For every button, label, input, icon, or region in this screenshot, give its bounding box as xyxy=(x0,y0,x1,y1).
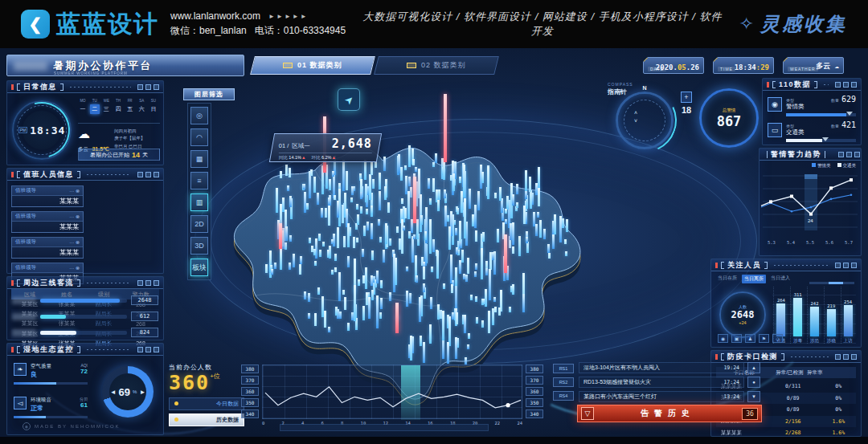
weekday-cell[interactable]: FR五 xyxy=(125,99,135,114)
panel-controls[interactable] xyxy=(838,152,860,157)
alert-list: 湿地3-104片区有不明人员闯入19:24 RD13-53烟感报警疑似火灾17:… xyxy=(579,362,744,402)
flow-bars: 2648 612 824 xyxy=(7,289,163,340)
weekday-cell[interactable]: SU日 xyxy=(149,99,158,114)
zoom-in-button[interactable]: + xyxy=(681,92,692,103)
contact-block: www.lanlanwork.com ►►►►► 微信：ben_lanlan 电… xyxy=(170,10,346,38)
duty-leader-cards: 值班领导··· ⊗ 某某某 值班领导··· ⊗ 某某某 值班领导··· ⊗ 某某… xyxy=(7,181,163,287)
x-tick: 24 xyxy=(517,421,522,426)
panel-title: 关注人员 xyxy=(727,260,761,271)
tab-icon xyxy=(283,63,293,68)
timeline-y-ticks-right: 380370360350340 xyxy=(526,365,543,418)
masked-line-label xyxy=(12,297,36,304)
data-tabs: 01 数据类别02 数据类别 xyxy=(252,56,497,75)
weekday-cell[interactable]: MO一 xyxy=(78,99,88,114)
panel-title: 防疫卡口检测 xyxy=(727,352,778,362)
layer-button[interactable]: ◎ xyxy=(190,107,208,124)
expand-icon xyxy=(851,263,857,268)
eco-gauge: ◄ 69 % ► xyxy=(102,366,154,418)
noise-item: ◅ 分贝61 环境噪音 正常 xyxy=(14,397,88,418)
flow-value: 612 xyxy=(131,312,158,321)
trend-x-axis: 5.35.45.55.65.7 xyxy=(760,240,861,245)
data-toggle-button[interactable]: 历史数据 xyxy=(169,413,244,426)
category-icon[interactable]: ◉ xyxy=(718,334,728,343)
system-title-plate: 暑期办公协作平台 SUMMER WORKING PLATFORM xyxy=(6,55,244,76)
gauge-right-arrow[interactable]: ► xyxy=(139,389,145,396)
weekday-cell[interactable]: TU二 xyxy=(90,99,100,114)
alert-scroll-arrows: ▲●▼ xyxy=(747,362,760,402)
column-header[interactable]: 异常/已检测 xyxy=(772,367,808,378)
panel-duty-personnel: 值班人员信息 值班领导··· ⊗ 某某某 值班领导··· ⊗ 某某某 值班领导·… xyxy=(6,168,164,274)
expand-icon xyxy=(154,172,159,177)
alert-history-banner[interactable]: ▽ 告警历史 36 xyxy=(577,405,762,422)
tab-data-category[interactable]: 02 数据类别 xyxy=(374,56,499,75)
panel-daily-info: 日常信息 PM18:34 MO一TU二WE三TH四FR五SA六SU日 ☁ 多云 … xyxy=(6,80,164,165)
flow-bar-row: 612 xyxy=(7,308,163,324)
minimize-icon xyxy=(145,84,151,90)
alert-item[interactable]: 某路口有小汽车连闯三个红灯13:24 xyxy=(579,391,744,402)
arrows-decoration: ►►►►► xyxy=(268,13,309,20)
meridiem-badge: PM xyxy=(18,127,28,133)
cloud-icon: ☁ xyxy=(78,128,109,140)
air-quality-item: ❧ AQI72 空气质量 良 xyxy=(14,363,88,385)
focus-tab[interactable]: 当日进入 xyxy=(771,275,790,283)
110-stat-item: ▭ 类型交通类 数量421 xyxy=(763,116,861,142)
tooltip-region: 区域一 xyxy=(292,142,310,150)
y-tick: 350 xyxy=(241,398,259,407)
alert-tag: RS1 xyxy=(553,364,574,373)
tab-data-category[interactable]: 01 数据类别 xyxy=(250,56,375,75)
focus-count-gauge: 人数 2648 +24 xyxy=(719,291,766,338)
category-icon[interactable]: ♟ xyxy=(745,334,755,343)
weather-plate: WEATHER 多云 ☁ xyxy=(783,57,844,74)
panel-controls[interactable] xyxy=(835,263,857,268)
tab-icon xyxy=(407,63,416,68)
weekday-row: MO一TU二WE三TH四FR五SA六SU日 xyxy=(78,99,158,114)
panel-controls[interactable] xyxy=(137,280,159,286)
panel-controls[interactable] xyxy=(835,82,857,88)
inspiration-collect[interactable]: ✧ 灵感收集 xyxy=(739,11,847,37)
gauge-left-arrow[interactable]: ◄ xyxy=(110,389,117,396)
compass-widget: COMPASS 指南针 N ˄˅ xyxy=(606,82,683,159)
minimize-icon xyxy=(843,263,849,268)
masked-line-label xyxy=(12,329,36,336)
panel-controls[interactable] xyxy=(835,354,857,360)
column-header[interactable]: 异常率 xyxy=(807,367,823,378)
panel-controls[interactable] xyxy=(137,84,159,90)
alert-item[interactable]: RD13-53烟感报警疑似火灾17:24 xyxy=(579,377,744,388)
trend-legend: 警情类交通类 xyxy=(760,161,861,169)
collect-label: 灵感收集 xyxy=(760,11,847,37)
website-link[interactable]: www.lanlanwork.com xyxy=(170,10,260,22)
chart-scrollbar[interactable] xyxy=(809,282,854,284)
weekday-cell[interactable]: SA六 xyxy=(137,99,146,114)
duty-leader-card[interactable]: 值班领导··· ⊗ 某某某 xyxy=(11,211,84,233)
category-icon[interactable]: ▣ xyxy=(731,334,742,343)
y-tick: 350 xyxy=(526,398,543,407)
focus-tab[interactable]: 当日离所 xyxy=(742,275,766,283)
close-icon xyxy=(137,347,143,352)
y-tick: 370 xyxy=(526,376,543,385)
alert-item[interactable]: 湿地3-104片区有不明人员闯入19:24 xyxy=(579,362,744,373)
panel-controls[interactable] xyxy=(137,172,159,177)
category-icon[interactable]: ◇ xyxy=(772,334,783,343)
expand-icon xyxy=(154,280,159,286)
weekday-cell[interactable]: TH四 xyxy=(113,99,123,114)
app-root: ❮ 蓝蓝设计 www.lanlanwork.com ►►►►► 微信：ben_l… xyxy=(0,0,868,444)
duty-leader-card[interactable]: 值班领导··· ⊗ 某某某 xyxy=(11,185,84,207)
weekday-cell[interactable]: WE三 xyxy=(101,99,111,114)
time-label: TIME xyxy=(718,67,735,71)
panel-title: 日常信息 xyxy=(23,82,57,92)
scroll-arrow[interactable]: ▲ xyxy=(747,362,760,373)
zoom-level: 18 xyxy=(682,105,691,115)
speaker-icon: ◅ xyxy=(14,397,27,409)
flow-value: 824 xyxy=(131,328,158,337)
focus-category-icons: ◉▣♟⚑◇ xyxy=(718,334,783,343)
watermark: ◉MADE BY NEHOMMICOK xyxy=(23,422,121,430)
panel-controls[interactable] xyxy=(137,347,159,352)
expand-icon xyxy=(154,84,159,90)
scroll-arrow[interactable]: ▼ xyxy=(747,391,760,402)
panel-title: 值班人员信息 xyxy=(23,169,74,180)
duty-leader-card[interactable]: 值班领导··· ⊗ 某某某 xyxy=(11,237,84,259)
scroll-arrow[interactable]: ● xyxy=(747,377,760,388)
category-icon[interactable]: ⚑ xyxy=(759,334,769,343)
data-toggle-button[interactable]: 今日数据 xyxy=(169,397,244,410)
focus-tab[interactable]: 当日在所 xyxy=(718,275,737,283)
